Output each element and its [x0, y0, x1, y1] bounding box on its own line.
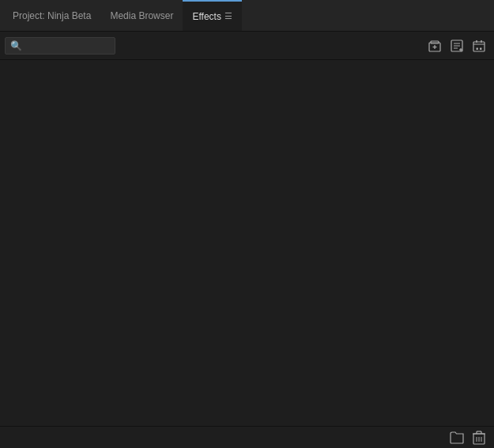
clear-icon: ■ ■ — [472, 39, 486, 53]
new-bin-button[interactable] — [424, 36, 445, 55]
clear-button[interactable]: ■ ■ — [469, 36, 489, 55]
main-content — [0, 60, 494, 426]
tab-effects[interactable]: Effects ☰ — [183, 0, 241, 31]
svg-text:■ ■: ■ ■ — [476, 46, 481, 51]
folder-icon — [450, 431, 464, 444]
search-icon: 🔍 — [10, 40, 22, 51]
tab-media-browser-label: Media Browser — [110, 10, 173, 21]
toolbar: 🔍 — [0, 32, 494, 60]
tab-menu-icon[interactable]: ☰ — [224, 11, 232, 21]
tab-bar: Project: Ninja Beta Media Browser Effect… — [0, 0, 494, 32]
panel: Project: Ninja Beta Media Browser Effect… — [0, 0, 494, 448]
toolbar-icons: ■ ■ — [424, 36, 489, 55]
tab-project[interactable]: Project: Ninja Beta — [3, 0, 100, 31]
folder-button[interactable] — [448, 429, 466, 446]
search-input[interactable] — [25, 41, 110, 51]
status-bar — [0, 426, 494, 448]
tab-project-label: Project: Ninja Beta — [13, 10, 91, 21]
delete-icon — [473, 431, 485, 445]
tab-effects-label: Effects — [192, 11, 221, 22]
new-item-icon — [450, 39, 464, 53]
delete-button[interactable] — [470, 429, 488, 446]
new-item-button[interactable] — [447, 36, 467, 55]
search-box[interactable]: 🔍 — [5, 37, 115, 55]
tab-media-browser[interactable]: Media Browser — [100, 0, 183, 31]
new-bin-icon — [428, 39, 442, 53]
